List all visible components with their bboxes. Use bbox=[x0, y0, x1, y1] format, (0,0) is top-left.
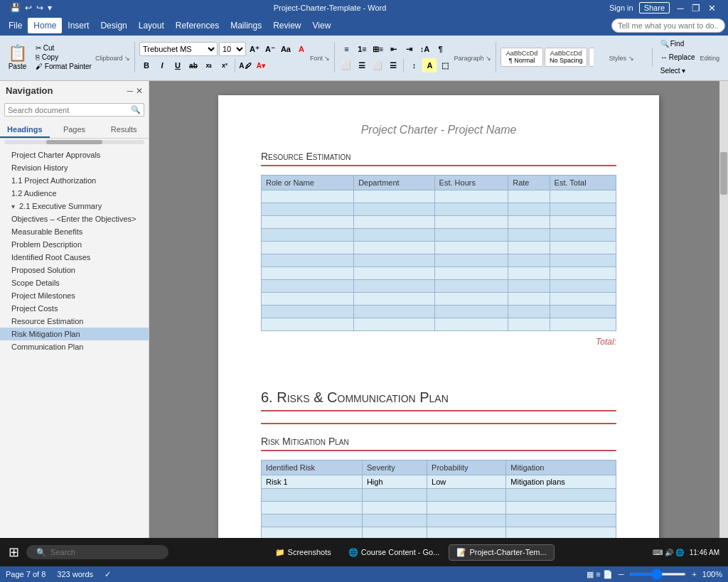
align-left-button[interactable]: ⬜ bbox=[339, 58, 353, 72]
page-info: Page 7 of 8 bbox=[6, 570, 46, 579]
customize-qa-button[interactable]: ▾ bbox=[48, 3, 52, 13]
change-case-button[interactable]: Aa bbox=[279, 42, 293, 56]
menu-home[interactable]: Home bbox=[28, 18, 62, 33]
nav-item-executive-summary[interactable]: 2.1 Executive Summary bbox=[0, 200, 149, 212]
nav-search-input[interactable] bbox=[8, 106, 131, 114]
nav-item-project-charter-approvals[interactable]: Project Charter Approvals bbox=[0, 149, 149, 161]
line-spacing-button[interactable]: ↕ bbox=[407, 58, 421, 72]
systray-time: 11:46 AM bbox=[690, 549, 719, 556]
select-button[interactable]: Select ▾ bbox=[657, 65, 699, 76]
nav-minimize-button[interactable]: ─ bbox=[127, 86, 133, 96]
nav-item-revision-history[interactable]: Revision History bbox=[0, 161, 149, 174]
nav-item-scope-details[interactable]: Scope Details bbox=[0, 276, 149, 289]
bullets-button[interactable]: ≡ bbox=[339, 42, 353, 56]
nav-item-project-authorization[interactable]: 1.1 Project Authorization bbox=[0, 174, 149, 187]
tell-me-input[interactable] bbox=[611, 18, 725, 33]
cut-button[interactable]: ✂ Cut bbox=[33, 43, 94, 53]
nav-item-project-costs[interactable]: Project Costs bbox=[0, 302, 149, 315]
menu-bar: File Home Insert Design Layout Reference… bbox=[0, 16, 728, 36]
chapter6-divider: 6. Risks & Communication Plan bbox=[261, 389, 616, 424]
nav-item-resource-estimation[interactable]: Resource Estimation bbox=[0, 315, 149, 328]
nav-item-project-milestones[interactable]: Project Milestones bbox=[0, 289, 149, 302]
italic-button[interactable]: I bbox=[155, 58, 169, 72]
menu-mailings[interactable]: Mailings bbox=[225, 18, 267, 33]
font-color-button[interactable]: A▾ bbox=[254, 58, 268, 72]
tab-results[interactable]: Results bbox=[99, 122, 149, 138]
bold-button[interactable]: B bbox=[139, 58, 154, 72]
multilevel-button[interactable]: ⊞≡ bbox=[370, 42, 385, 56]
font-size-select[interactable]: 10 bbox=[219, 42, 246, 56]
menu-layout[interactable]: Layout bbox=[133, 18, 170, 33]
taskbar-word[interactable]: 📝 Project-Charter-Tem... bbox=[449, 544, 554, 561]
tab-headings[interactable]: Headings bbox=[0, 122, 50, 138]
decrease-indent-button[interactable]: ⇤ bbox=[386, 42, 400, 56]
style-no-spacing[interactable]: AaBbCcDd No Spacing bbox=[545, 48, 587, 67]
menu-insert[interactable]: Insert bbox=[62, 18, 95, 33]
shading-button[interactable]: A bbox=[422, 58, 437, 72]
signin-button[interactable]: Sign in bbox=[609, 4, 633, 12]
paste-button[interactable]: 📋 Paste bbox=[3, 42, 32, 72]
justify-button[interactable]: ☰ bbox=[386, 58, 400, 72]
start-button[interactable]: ⊞ bbox=[3, 544, 25, 560]
copy-button[interactable]: ⎘ Copy bbox=[33, 53, 94, 62]
grow-font-button[interactable]: A⁺ bbox=[247, 42, 262, 56]
borders-button[interactable]: ⬚ bbox=[438, 58, 452, 72]
document-area[interactable]: Project Charter - Project Name Resource … bbox=[149, 81, 728, 549]
sort-button[interactable]: ↕A bbox=[417, 42, 432, 56]
font-name-select[interactable]: Trebuchet MS bbox=[139, 42, 218, 56]
scrollbar-track[interactable] bbox=[719, 81, 728, 549]
minimize-button[interactable]: ─ bbox=[675, 3, 685, 13]
menu-design[interactable]: Design bbox=[95, 18, 132, 33]
save-button[interactable]: 💾 bbox=[10, 3, 21, 13]
menu-view[interactable]: View bbox=[307, 18, 337, 33]
taskbar-screenshots[interactable]: 📁 Screenshots bbox=[267, 544, 339, 561]
style-heading1[interactable]: AaBbCc Heading 1 bbox=[589, 48, 594, 67]
nav-item-proposed-solution[interactable]: Proposed Solution bbox=[0, 264, 149, 276]
numbering-button[interactable]: 1≡ bbox=[355, 42, 369, 56]
zoom-slider[interactable] bbox=[629, 573, 686, 576]
clear-format-button[interactable]: A bbox=[294, 42, 309, 56]
tab-pages[interactable]: Pages bbox=[50, 122, 100, 138]
nav-search-box[interactable]: 🔍 bbox=[4, 103, 144, 117]
subscript-button[interactable]: x₂ bbox=[202, 58, 216, 72]
align-right-button[interactable]: ⬜ bbox=[370, 58, 385, 72]
search-icon[interactable]: 🔍 bbox=[131, 105, 141, 114]
share-button[interactable]: Share bbox=[639, 2, 670, 14]
nav-close-button[interactable]: ✕ bbox=[136, 86, 143, 96]
format-painter-button[interactable]: 🖌 Format Painter bbox=[33, 62, 94, 71]
redo-button[interactable]: ↪ bbox=[36, 3, 43, 13]
menu-review[interactable]: Review bbox=[267, 18, 306, 33]
find-button[interactable]: 🔍 Find bbox=[657, 38, 699, 49]
strikethrough-button[interactable]: ab bbox=[186, 58, 200, 72]
menu-references[interactable]: References bbox=[170, 18, 225, 33]
ribbon: 📋 Paste ✂ Cut ⎘ Copy 🖌 Format Painter bbox=[0, 36, 728, 81]
superscript-button[interactable]: x² bbox=[218, 58, 232, 72]
chapter-num: 6. bbox=[261, 389, 273, 405]
restore-button[interactable]: ❐ bbox=[691, 3, 701, 13]
taskbar-course-content[interactable]: 🌐 Course Content - Go... bbox=[341, 544, 448, 561]
nav-item-audience[interactable]: 1.2 Audience bbox=[0, 187, 149, 200]
nav-item-communication-plan[interactable]: Communication Plan bbox=[0, 340, 149, 353]
menu-file[interactable]: File bbox=[3, 18, 28, 33]
systray: ⌨ 🔊 🌐 11:46 AM bbox=[653, 549, 725, 556]
scrollbar-thumb[interactable] bbox=[720, 152, 727, 195]
view-icons[interactable]: ▦ ≡ 📄 bbox=[587, 570, 613, 579]
nav-item-risk-mitigation-plan[interactable]: Risk Mitigation Plan bbox=[0, 328, 149, 340]
nav-item-measurable-benefits[interactable]: Measurable Benefits bbox=[0, 225, 149, 238]
nav-title: Navigation bbox=[6, 85, 53, 96]
status-right: ▦ ≡ 📄 ─ + 100% bbox=[587, 570, 722, 579]
replace-button[interactable]: ↔ Replace bbox=[657, 52, 699, 63]
underline-button[interactable]: U bbox=[171, 58, 185, 72]
increase-indent-button[interactable]: ⇥ bbox=[402, 42, 416, 56]
nav-item-identified-root-causes[interactable]: Identified Root Causes bbox=[0, 251, 149, 264]
nav-item-problem-description[interactable]: Problem Description bbox=[0, 238, 149, 251]
nav-item-objectives[interactable]: Objectives – <Enter the Objectives> bbox=[0, 212, 149, 225]
align-center-button[interactable]: ☰ bbox=[355, 58, 369, 72]
shrink-font-button[interactable]: A⁻ bbox=[263, 42, 277, 56]
taskbar-search[interactable] bbox=[26, 545, 168, 559]
style-normal[interactable]: AaBbCcDd ¶ Normal bbox=[500, 48, 543, 67]
undo-button[interactable]: ↩ bbox=[25, 3, 32, 13]
text-highlight-button[interactable]: A🖊 bbox=[238, 58, 252, 72]
show-marks-button[interactable]: ¶ bbox=[433, 42, 447, 56]
close-button[interactable]: ✕ bbox=[707, 3, 717, 13]
